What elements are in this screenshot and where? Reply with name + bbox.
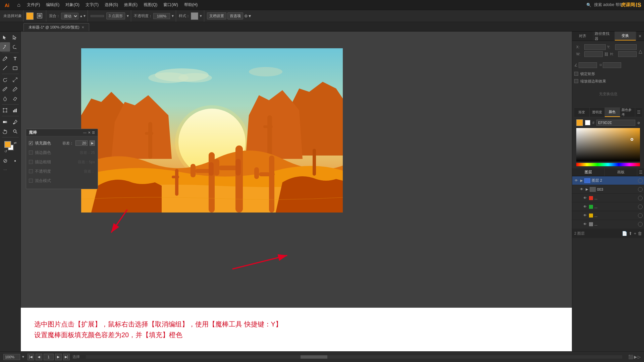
link-icon[interactable]: ⛓ bbox=[604, 52, 609, 57]
stroke-color-checkbox[interactable] bbox=[29, 150, 33, 155]
layer003-arrow[interactable]: ▶ bbox=[586, 187, 588, 191]
menu-select[interactable]: 选择(S) bbox=[102, 1, 121, 8]
panel-close-btn[interactable]: ✕ bbox=[88, 131, 91, 134]
hex-value-input[interactable] bbox=[596, 120, 635, 126]
reset-colors-btn[interactable]: ↺ bbox=[4, 149, 7, 153]
color-fill-swatch[interactable] bbox=[576, 119, 583, 126]
zoom-input[interactable] bbox=[3, 354, 20, 360]
selection-tool[interactable] bbox=[0, 33, 10, 42]
rect-tool[interactable] bbox=[10, 63, 20, 73]
stroke-none-btn[interactable]: ⊘ bbox=[0, 156, 10, 165]
scale-corners-check[interactable] bbox=[574, 72, 578, 76]
zoom-dropdown[interactable]: ▼ bbox=[21, 355, 25, 359]
tab-opacity[interactable]: 透明度 bbox=[590, 108, 605, 117]
blend-mode-checkbox[interactable] bbox=[29, 179, 33, 183]
rotate-tool[interactable] bbox=[0, 75, 10, 84]
first-page-btn[interactable]: |◀ bbox=[28, 354, 34, 360]
layer-item-green[interactable]: 👁 ... bbox=[572, 202, 644, 211]
status-icon2[interactable]: ▶ bbox=[634, 355, 637, 359]
menu-view[interactable]: 视图(Q) bbox=[141, 1, 160, 8]
tab-align[interactable]: 对齐 bbox=[572, 32, 593, 41]
next-page-btn[interactable]: ▶ bbox=[55, 354, 62, 360]
create-layer-btn[interactable]: + bbox=[634, 231, 636, 236]
move-to-new-btn[interactable]: ⬆ bbox=[629, 231, 632, 236]
magic-wand-tool[interactable] bbox=[0, 42, 10, 52]
opacity-checkbox[interactable] bbox=[29, 169, 33, 173]
layer-item-003[interactable]: 👁 ▶ 003 bbox=[572, 185, 644, 194]
layer-item-yellow[interactable]: 👁 ... bbox=[572, 211, 644, 220]
color-panel-menu[interactable]: ☰ bbox=[635, 108, 642, 117]
layer-item-gray[interactable]: 👁 ... bbox=[572, 220, 644, 229]
layer-red-eye[interactable]: 👁 bbox=[582, 195, 588, 201]
blend-arrow[interactable]: ▲▼ bbox=[79, 14, 86, 18]
panel-minimize-btn[interactable]: — bbox=[83, 131, 87, 134]
layer-green-eye[interactable]: 👁 bbox=[582, 204, 588, 209]
pencil-tool[interactable] bbox=[10, 84, 20, 94]
layer-yellow-eye[interactable]: 👁 bbox=[582, 213, 588, 218]
menu-type[interactable]: 文字(T) bbox=[83, 1, 101, 8]
tab-pathfinder[interactable]: 路径查找器 bbox=[593, 32, 614, 41]
point-dropdown-icon[interactable]: ▼ bbox=[126, 14, 129, 18]
layer-gray-target[interactable] bbox=[638, 222, 643, 227]
hue-slider[interactable] bbox=[576, 163, 640, 166]
scrollbar-horizontal[interactable] bbox=[86, 355, 622, 359]
status-icon1[interactable]: ⬛ bbox=[628, 355, 633, 359]
free-transform-tool[interactable] bbox=[0, 106, 10, 115]
layer-green-target[interactable] bbox=[638, 204, 643, 209]
layers-menu-btn[interactable]: ☰ bbox=[637, 168, 644, 176]
pen-tool[interactable] bbox=[0, 54, 10, 63]
stroke-toggle[interactable] bbox=[35, 12, 45, 20]
tab-close-btn[interactable]: ✕ bbox=[82, 25, 84, 29]
layer003-target[interactable] bbox=[638, 187, 643, 192]
layers-tab[interactable]: 图层 bbox=[572, 168, 605, 176]
blend-select[interactable]: 摆动 bbox=[61, 13, 78, 19]
swap-colors-btn[interactable]: ⇄ bbox=[14, 141, 16, 145]
extra-tool[interactable]: ⋯ bbox=[0, 165, 10, 175]
prefs-icon[interactable]: ⚙▼ bbox=[244, 14, 252, 18]
doc-settings-btn[interactable]: 文档设置 bbox=[207, 12, 226, 19]
color-stroke-swatch[interactable] bbox=[585, 120, 590, 125]
scrollbar-thumb[interactable] bbox=[301, 355, 327, 359]
transform-w-input[interactable] bbox=[584, 51, 603, 57]
fill-color-tolerance-input[interactable] bbox=[75, 140, 88, 146]
tab-gradient[interactable]: 渐变 bbox=[574, 108, 590, 117]
scale-tool[interactable] bbox=[10, 75, 20, 84]
fill-color-checkbox[interactable] bbox=[29, 141, 33, 145]
tab-transform[interactable]: 变换 bbox=[615, 32, 636, 41]
layer-gray-eye[interactable]: 👁 bbox=[582, 222, 588, 227]
chart-tool[interactable] bbox=[10, 106, 20, 115]
menu-effect[interactable]: 效果(E) bbox=[121, 1, 140, 8]
tab-color-guide[interactable]: 颜色参考 bbox=[620, 108, 636, 117]
brush-tool[interactable] bbox=[0, 84, 10, 94]
artboard[interactable] bbox=[81, 48, 343, 213]
delete-layer-btn[interactable]: 🗑 bbox=[638, 231, 642, 236]
scale-stroke-check[interactable] bbox=[574, 79, 578, 83]
menu-window[interactable]: 窗口(W) bbox=[161, 1, 180, 8]
eraser-tool[interactable] bbox=[10, 94, 20, 103]
shear-input[interactable] bbox=[603, 62, 621, 68]
layer-red-target[interactable] bbox=[638, 196, 643, 200]
status-scroll-right[interactable]: ▷ bbox=[638, 355, 641, 359]
foreground-color-swatch[interactable] bbox=[4, 141, 11, 148]
fill-color-box[interactable] bbox=[26, 12, 34, 20]
angle-input[interactable] bbox=[579, 62, 597, 68]
hand-tool[interactable] bbox=[0, 127, 10, 136]
layer-item-red[interactable]: 👁 ... bbox=[572, 194, 644, 202]
opacity-dropdown[interactable]: ▼ bbox=[171, 14, 174, 18]
layer-item-layer2[interactable]: 👁 ▶ 图层 2 bbox=[572, 176, 644, 185]
eyedropper-tool[interactable] bbox=[10, 117, 20, 127]
transform-x-input[interactable] bbox=[584, 44, 606, 50]
prev-page-btn[interactable]: ◀ bbox=[36, 354, 42, 360]
fill-color-expand-btn[interactable]: ▶ bbox=[90, 140, 95, 146]
color-mode-btn[interactable]: ● bbox=[10, 156, 20, 165]
style-dropdown[interactable]: ▼ bbox=[199, 14, 203, 18]
none-color-icon[interactable]: ⊘ bbox=[637, 121, 640, 125]
blob-brush-tool[interactable] bbox=[0, 94, 10, 103]
layer2-target[interactable] bbox=[638, 178, 643, 183]
layer2-eye[interactable]: 👁 bbox=[574, 178, 579, 183]
menu-help[interactable]: 帮助(H) bbox=[181, 1, 201, 8]
color-saturation-box[interactable] bbox=[576, 128, 640, 162]
transform-h-input[interactable] bbox=[618, 51, 637, 57]
menu-file[interactable]: 文件(F) bbox=[24, 1, 43, 8]
gradient-tool[interactable] bbox=[0, 117, 10, 127]
